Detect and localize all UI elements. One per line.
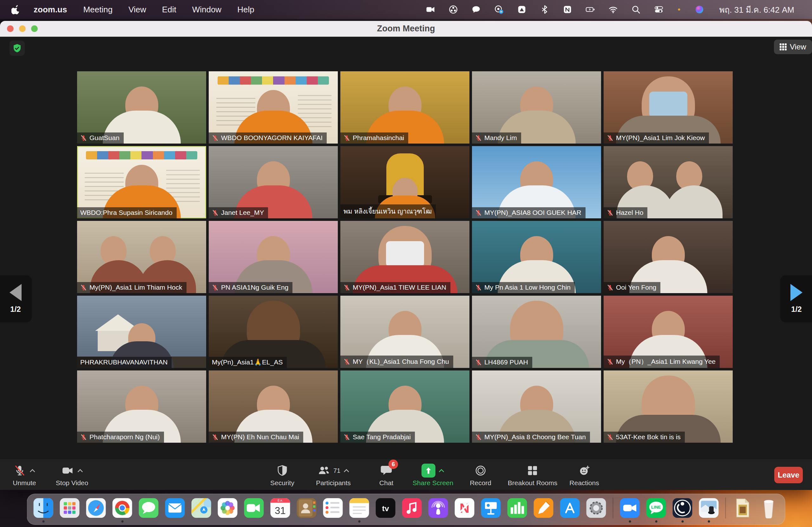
participant-tile[interactable]: Phramahasinchai (340, 71, 469, 144)
video-camera-icon[interactable] (425, 4, 435, 15)
dock-zoom-icon[interactable] (620, 498, 640, 518)
participant-tile[interactable]: พม หลิงเจี้ยนเหวิน ญาณวุฑโฒ (340, 146, 469, 219)
dock-music-icon[interactable] (402, 498, 422, 518)
dock-app-store-icon[interactable] (560, 498, 580, 518)
dock-launchpad-icon[interactable] (59, 498, 80, 518)
next-page-button[interactable]: 1/2 (780, 275, 812, 322)
bluetooth-icon[interactable] (539, 4, 550, 15)
breakout-squares-icon (526, 464, 539, 477)
participant-tile[interactable]: WBDO BOONYAGORN KAIYAFAI (209, 71, 338, 144)
security-button[interactable]: Security (270, 460, 294, 490)
dock-pages-icon[interactable] (533, 498, 554, 518)
participant-tile[interactable]: My(PN)_Asia1 Lim Thiam Hock (77, 221, 206, 293)
participant-tile[interactable]: My(Pn)_Asia1🙏EL_AS (209, 296, 338, 368)
dock-finder-icon[interactable] (33, 498, 54, 518)
dock-podcasts-icon[interactable] (428, 498, 449, 518)
close-window-button[interactable] (7, 25, 14, 32)
dock-photo-preview-icon[interactable] (698, 498, 720, 518)
participant-tile[interactable]: Janet Lee_MY (209, 146, 338, 219)
menu-bar-clock[interactable]: พฤ. 31 มี.ค. 6:42 AM (719, 3, 794, 16)
dock-keynote-icon[interactable] (480, 498, 502, 518)
shapes-icon[interactable] (517, 4, 527, 15)
wifi-icon[interactable] (608, 4, 618, 15)
breakout-rooms-button[interactable]: Breakout Rooms (508, 460, 557, 490)
participant-tile[interactable]: MY(PN) Eh Nun Chau Mai (209, 371, 338, 443)
participant-tile[interactable]: MY（KL)_Asia1 Chua Fong Chu (340, 296, 469, 368)
dock-trash-icon[interactable] (758, 498, 779, 518)
participant-tile[interactable]: Sae Tang Pradabjai (340, 371, 469, 443)
dock-tv-icon[interactable]: tv (375, 498, 396, 518)
spotlight-search-icon[interactable] (631, 4, 641, 15)
stop-video-button[interactable]: Stop Video (56, 460, 88, 490)
menu-edit[interactable]: Edit (154, 5, 184, 14)
reactions-button[interactable]: Reactions (569, 460, 599, 490)
participant-tile[interactable]: MY(PN)_Asia1 Lim Jok Kieow (604, 71, 733, 144)
record-circle-icon (474, 464, 487, 477)
line-icon[interactable] (471, 4, 481, 15)
control-center-icon[interactable] (654, 4, 664, 15)
dock-obs-icon[interactable] (672, 498, 693, 518)
chevron-up-icon[interactable] (77, 468, 84, 473)
dock-calendar-icon[interactable]: มี.ค.31 (270, 498, 291, 518)
minimize-window-button[interactable] (19, 25, 26, 32)
battery-icon[interactable] (585, 4, 595, 15)
participant-tile[interactable]: MY(PN)_Asia 8 Choong Bee Tuan (472, 371, 601, 443)
dock-safari-icon[interactable] (86, 498, 106, 518)
previous-page-button[interactable]: 1/2 (0, 275, 32, 322)
leave-button[interactable]: Leave (774, 467, 803, 483)
menu-help[interactable]: Help (229, 5, 262, 14)
participant-tile[interactable]: MY(PN)_ASIA8 OOI GUEK HAR (472, 146, 601, 219)
dock-messages-icon[interactable] (138, 498, 159, 518)
dock-news-icon[interactable]: N (454, 498, 475, 518)
dock-notes-icon[interactable] (349, 498, 370, 518)
dock-line-icon[interactable]: LINE (646, 498, 667, 518)
participant-tile[interactable]: My Pn Asia 1 Low Hong Chin (472, 221, 601, 293)
participant-tile[interactable]: Ooi Yen Fong (604, 221, 733, 293)
participant-tile[interactable]: WBDO:Phra Supasin Siricando (77, 146, 206, 219)
menu-view[interactable]: View (120, 5, 154, 14)
chat-button[interactable]: 6Chat (379, 460, 393, 490)
recorder-pause-icon[interactable] (494, 4, 504, 15)
menu-meeting[interactable]: Meeting (75, 5, 120, 14)
dock-mail-icon[interactable] (165, 498, 186, 518)
meeting-info-shield-button[interactable] (10, 41, 25, 56)
menu-app-name[interactable]: zoom.us (25, 5, 75, 15)
dock-reminders-icon[interactable] (322, 498, 344, 518)
dock-poster-document-icon[interactable] (732, 498, 753, 518)
dock-facetime-icon[interactable] (244, 498, 264, 518)
dock-maps-icon[interactable] (191, 498, 212, 518)
chevron-up-icon[interactable] (343, 468, 350, 473)
participant-name-tag: Ooi Yen Fong (604, 282, 661, 293)
apple-menu-icon[interactable] (11, 5, 21, 14)
participant-tile[interactable]: GuatSuan (77, 71, 206, 144)
dock-photos-icon[interactable] (217, 498, 238, 518)
dock-divider (613, 498, 613, 518)
participant-tile[interactable]: 53AT-Kee Bok tin is is (604, 371, 733, 443)
dock-contacts-icon[interactable] (296, 498, 317, 518)
chevron-up-icon[interactable] (29, 468, 36, 473)
participant-tile[interactable]: MY(PN)_Asia1 TIEW LEE LIAN (340, 221, 469, 293)
muted-mic-icon (475, 434, 482, 440)
view-button[interactable]: View (774, 40, 812, 54)
fullscreen-window-button[interactable] (31, 25, 38, 32)
participant-tile[interactable]: Hazel Ho (604, 146, 733, 219)
chevron-up-icon[interactable] (438, 468, 444, 473)
participant-tile[interactable]: PHRAKRUBHAVANAVITHAN (77, 296, 206, 368)
participant-tile[interactable]: LH4869 PUAH (472, 296, 601, 368)
running-indicator-dot (681, 520, 683, 523)
participant-tile[interactable]: My（PN）_Asia1 Lim Kwang Yee (604, 296, 733, 368)
notion-icon[interactable] (562, 4, 572, 15)
dock-system-preferences-icon[interactable] (586, 498, 607, 518)
participant-tile[interactable]: PN ASIA1Ng Guik Eng (209, 221, 338, 293)
participants-button[interactable]: 71Participants (316, 460, 351, 490)
dock-chrome-icon[interactable] (112, 498, 133, 518)
siri-icon[interactable] (694, 4, 705, 15)
obs-icon[interactable] (448, 4, 458, 15)
dock-numbers-icon[interactable] (507, 498, 528, 518)
menu-window[interactable]: Window (184, 5, 229, 14)
participant-tile[interactable]: Phatcharaporn Ng (Nui) (77, 371, 206, 443)
share-screen-button[interactable]: Share Screen (413, 460, 453, 490)
participant-tile[interactable]: Mandy Lim (472, 71, 601, 144)
record-button[interactable]: Record (470, 460, 491, 490)
unmute-button[interactable]: Unmute (13, 460, 36, 490)
